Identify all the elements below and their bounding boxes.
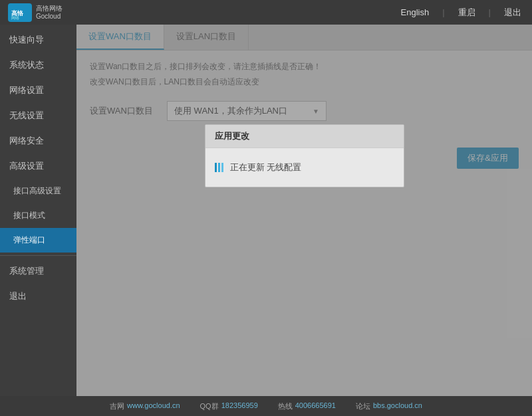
modal-title: 应用更改	[205, 125, 404, 148]
svg-text:网络: 网络	[11, 16, 19, 20]
logo-text: 高恪网络 Gocloud	[36, 5, 63, 21]
footer-qq-label: QQ群	[200, 401, 219, 411]
modal-box: 应用更改 正在更新 无线配置	[205, 124, 404, 187]
sidebar-item-exit[interactable]: 退出	[0, 284, 76, 309]
footer-hotline-number[interactable]: 4006665691	[295, 401, 336, 411]
sidebar-divider	[0, 255, 76, 256]
footer-website-label: 吉网	[110, 401, 124, 411]
modal-body: 正在更新 无线配置	[205, 148, 404, 187]
footer-hotline: 热线 4006665691	[278, 401, 336, 411]
sidebar-item-quick-guide[interactable]: 快速向导	[0, 27, 76, 52]
sidebar-item-net-settings[interactable]: 网络设置	[0, 78, 76, 103]
logo-icon: 高恪 网络	[8, 3, 32, 22]
footer-hotline-label: 热线	[278, 401, 293, 411]
top-bar: 高恪 网络 高恪网络 Gocloud English | 重启 | 退出	[0, 0, 532, 25]
footer-website-link[interactable]: www.gocloud.cn	[127, 401, 180, 411]
sidebar-item-sys-status[interactable]: 系统状态	[0, 52, 76, 78]
sidebar-item-wireless-settings[interactable]: 无线设置	[0, 103, 76, 128]
footer-forum: 论坛 bbs.gocloud.cn	[356, 401, 422, 411]
footer-qq: QQ群 182356959	[200, 401, 258, 411]
footer-qq-number[interactable]: 182356959	[221, 401, 258, 411]
top-nav: English | 重启 | 退出	[398, 5, 524, 20]
sidebar-item-port-mode[interactable]: 接口模式	[0, 203, 76, 228]
sidebar: 快速向导 系统状态 网络设置 无线设置 网络安全 高级设置 接口高级设置 接口模…	[0, 25, 76, 396]
sidebar-item-flexible-port[interactable]: 弹性端口	[0, 228, 76, 253]
footer: 吉网 www.gocloud.cn QQ群 182356959 热线 40066…	[0, 396, 532, 416]
reset-button[interactable]: 重启	[456, 5, 478, 20]
language-button[interactable]: English	[398, 6, 432, 19]
sidebar-item-net-security[interactable]: 网络安全	[0, 128, 76, 154]
sidebar-item-sys-manage[interactable]: 系统管理	[0, 259, 76, 284]
main-layout: 快速向导 系统状态 网络设置 无线设置 网络安全 高级设置 接口高级设置 接口模…	[0, 25, 532, 396]
modal-status-text: 正在更新 无线配置	[230, 161, 302, 173]
footer-forum-link[interactable]: bbs.gocloud.cn	[373, 401, 422, 411]
sidebar-item-advanced-settings[interactable]: 高级设置	[0, 154, 76, 179]
modal-overlay: 应用更改 正在更新 无线配置	[76, 25, 532, 396]
sidebar-item-port-advanced[interactable]: 接口高级设置	[0, 179, 76, 203]
footer-website: 吉网 www.gocloud.cn	[110, 401, 180, 411]
progress-icon	[215, 163, 223, 172]
footer-forum-label: 论坛	[356, 401, 370, 411]
logout-button[interactable]: 退出	[501, 5, 524, 20]
logo-area: 高恪 网络 高恪网络 Gocloud	[8, 3, 63, 22]
content-area: 设置WAN口数目 设置LAN口数目 设置Wan口数目之后，接口排列会改变，请注意…	[76, 25, 532, 396]
